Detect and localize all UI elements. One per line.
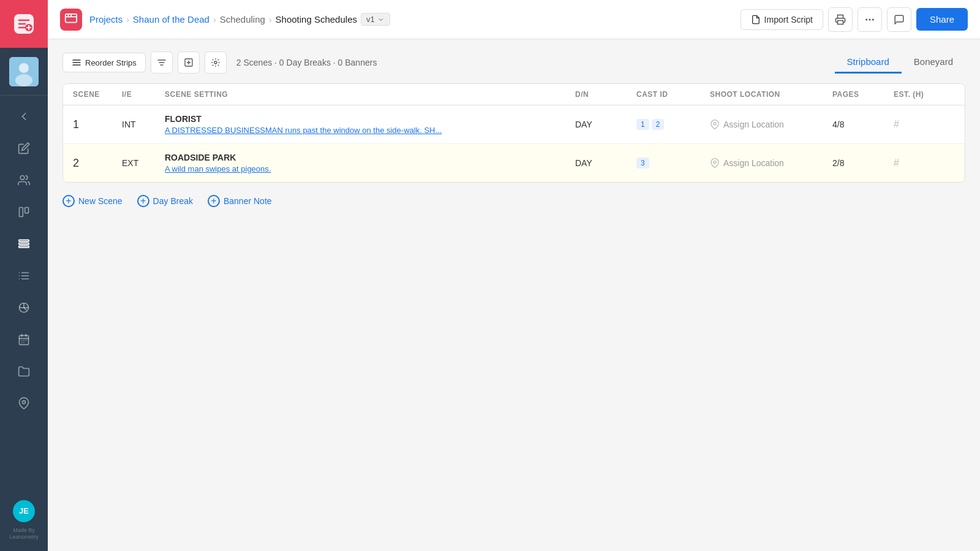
sidebar-item-people[interactable] bbox=[9, 165, 39, 195]
cast-ids-2: 3 bbox=[636, 158, 710, 169]
toolbar: Reorder Strips 2 Scenes · 0 Day Breaks ·… bbox=[62, 51, 965, 74]
scene-setting-desc-1[interactable]: A DISTRESSED BUSINESSMAN runs past the w… bbox=[165, 126, 575, 135]
table-row[interactable]: 2 EXT ROADSIDE PARK A wild man swipes at… bbox=[63, 144, 965, 182]
user-avatar-badge[interactable]: JE bbox=[13, 500, 35, 522]
col-header-ie: I/E bbox=[122, 90, 165, 99]
share-button[interactable]: Share bbox=[916, 8, 968, 31]
dn-2: DAY bbox=[575, 158, 636, 168]
scene-setting-2: ROADSIDE PARK A wild man swipes at pigeo… bbox=[165, 153, 575, 173]
col-header-est-h: EST. (H) bbox=[894, 90, 955, 99]
messages-button[interactable] bbox=[887, 7, 911, 32]
more-options-button[interactable] bbox=[858, 7, 882, 32]
est-h-1: # bbox=[894, 119, 955, 130]
est-h-2: # bbox=[894, 158, 955, 169]
svg-point-26 bbox=[866, 19, 867, 20]
topbar-app-icon bbox=[60, 9, 82, 31]
table-header: SCENE I/E SCENE SETTING D/N CAST ID SHOO… bbox=[63, 84, 965, 105]
assign-location-text-1: Assign Location bbox=[723, 120, 784, 129]
svg-point-23 bbox=[23, 401, 26, 404]
ie-2: EXT bbox=[122, 158, 165, 168]
col-header-scene-setting: SCENE SETTING bbox=[165, 90, 575, 99]
svg-rect-7 bbox=[25, 208, 29, 213]
col-header-shoot-location: SHOOT LOCATION bbox=[710, 90, 832, 99]
scenes-stats: 2 Scenes · 0 Day Breaks · 0 Banners bbox=[236, 58, 377, 67]
assign-location-text-2: Assign Location bbox=[723, 158, 784, 168]
svg-point-27 bbox=[869, 19, 870, 20]
sidebar-item-board[interactable] bbox=[9, 197, 39, 227]
import-script-button[interactable]: Import Script bbox=[741, 9, 823, 30]
svg-point-28 bbox=[872, 19, 873, 20]
tab-switcher: Stripboard Boneyard bbox=[835, 51, 965, 74]
sidebar-item-folder[interactable] bbox=[9, 357, 39, 386]
pages-1: 4/8 bbox=[832, 120, 894, 129]
topbar: Projects › Shaun of the Dead › Schedulin… bbox=[48, 0, 980, 39]
scene-number-1: 1 bbox=[73, 118, 122, 131]
sidebar-item-calendar[interactable] bbox=[9, 325, 39, 354]
ie-1: INT bbox=[122, 120, 165, 129]
app-logo[interactable] bbox=[0, 0, 48, 48]
scene-setting-1: FLORIST A DISTRESSED BUSINESSMAN runs pa… bbox=[165, 114, 575, 135]
assign-location-1[interactable]: Assign Location bbox=[710, 120, 832, 129]
assign-location-2[interactable]: Assign Location bbox=[710, 158, 832, 168]
sidebar-bottom: JE Made By Leanometry bbox=[0, 500, 48, 551]
add-strip-button[interactable] bbox=[178, 51, 200, 74]
col-header-scene: SCENE bbox=[73, 90, 122, 99]
cast-badge: 1 bbox=[636, 119, 649, 130]
day-break-label: Day Break bbox=[153, 196, 193, 206]
svg-point-5 bbox=[20, 176, 24, 180]
scene-setting-name-2: ROADSIDE PARK bbox=[165, 153, 575, 162]
svg-point-3 bbox=[19, 63, 29, 73]
shoot-location-2[interactable]: Assign Location bbox=[710, 158, 832, 168]
reorder-strips-button[interactable]: Reorder Strips bbox=[62, 53, 146, 72]
tab-stripboard[interactable]: Stripboard bbox=[835, 51, 902, 74]
pages-2: 2/8 bbox=[832, 158, 894, 168]
svg-rect-25 bbox=[837, 20, 843, 24]
shoot-location-1[interactable]: Assign Location bbox=[710, 120, 832, 129]
scene-setting-desc-2[interactable]: A wild man swipes at pigeons. bbox=[165, 164, 575, 173]
version-selector[interactable]: v1 bbox=[361, 13, 390, 26]
made-by-label: Made By Leanometry bbox=[0, 527, 48, 541]
breadcrumb-scheduling[interactable]: Scheduling bbox=[220, 14, 265, 25]
breadcrumb-sep-1: › bbox=[126, 15, 129, 25]
settings-button[interactable] bbox=[205, 51, 227, 74]
cast-ids-1: 1 2 bbox=[636, 119, 710, 130]
sort-button[interactable] bbox=[151, 51, 173, 74]
scene-number-2: 2 bbox=[73, 157, 122, 170]
banner-note-label: Banner Note bbox=[224, 196, 272, 206]
sidebar-item-back[interactable] bbox=[9, 102, 39, 131]
breadcrumb-shooting-schedules[interactable]: Shooting Schedules bbox=[276, 14, 357, 25]
cast-badge: 2 bbox=[652, 119, 665, 130]
banner-note-button[interactable]: + Banner Note bbox=[208, 195, 272, 207]
breadcrumb-sep-2: › bbox=[213, 15, 216, 25]
new-scene-plus-icon: + bbox=[62, 195, 75, 207]
schedule-table: SCENE I/E SCENE SETTING D/N CAST ID SHOO… bbox=[62, 83, 965, 183]
dn-1: DAY bbox=[575, 120, 636, 129]
print-button[interactable] bbox=[828, 7, 853, 32]
topbar-actions: Import Script Share bbox=[741, 7, 968, 32]
sidebar-item-wheel[interactable] bbox=[9, 293, 39, 322]
project-avatar[interactable] bbox=[0, 48, 48, 96]
banner-note-plus-icon: + bbox=[208, 195, 220, 207]
sidebar: JE Made By Leanometry bbox=[0, 0, 48, 551]
sidebar-item-strips[interactable] bbox=[9, 229, 39, 259]
sidebar-navigation bbox=[9, 96, 39, 500]
avatar-image bbox=[9, 57, 39, 86]
main-content: Projects › Shaun of the Dead › Schedulin… bbox=[48, 0, 980, 551]
import-script-label: Import Script bbox=[764, 15, 813, 25]
new-scene-button[interactable]: + New Scene bbox=[62, 195, 123, 207]
breadcrumb-project-name[interactable]: Shaun of the Dead bbox=[133, 14, 209, 25]
table-row[interactable]: 1 INT FLORIST A DISTRESSED BUSINESSMAN r… bbox=[63, 105, 965, 144]
new-scene-label: New Scene bbox=[78, 196, 123, 206]
svg-point-39 bbox=[714, 123, 716, 125]
sidebar-item-edit[interactable] bbox=[9, 134, 39, 163]
bottom-actions: + New Scene + Day Break + Banner Note bbox=[62, 195, 965, 207]
col-header-dn: D/N bbox=[575, 90, 636, 99]
tab-boneyard[interactable]: Boneyard bbox=[902, 51, 965, 74]
svg-rect-6 bbox=[20, 208, 23, 217]
cast-badge: 3 bbox=[636, 158, 649, 169]
day-break-button[interactable]: + Day Break bbox=[137, 195, 193, 207]
breadcrumb-projects[interactable]: Projects bbox=[89, 14, 123, 25]
sidebar-item-location[interactable] bbox=[9, 389, 39, 418]
sidebar-item-list[interactable] bbox=[9, 261, 39, 291]
svg-rect-10 bbox=[19, 246, 29, 248]
